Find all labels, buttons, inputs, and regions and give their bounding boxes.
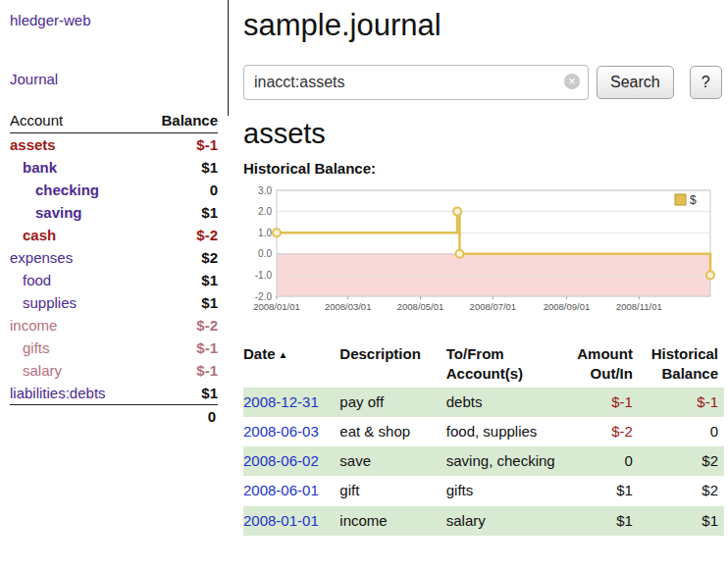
cell-balance: $2 — [639, 446, 724, 476]
account-link[interactable]: assets — [10, 136, 56, 153]
cell-balance: $-1 — [639, 388, 724, 417]
page-title: sample.journal — [243, 8, 728, 43]
account-balance: $-1 — [196, 339, 218, 356]
svg-text:-1.0: -1.0 — [255, 270, 273, 281]
table-row: 2008-12-31pay offdebts$-1$-1 — [243, 388, 724, 417]
accounts-table: Account Balance assets$-1bank$1checking0… — [10, 110, 218, 428]
account-link[interactable]: expenses — [10, 249, 73, 266]
cell-description: eat & shop — [339, 417, 445, 446]
cell-amount: $1 — [561, 506, 639, 536]
account-row: cash$-2 — [10, 224, 218, 246]
cell-accounts: gifts — [446, 476, 561, 505]
account-balance: 0 — [210, 182, 218, 198]
sidebar-divider — [228, 0, 229, 116]
table-row: 2008-06-01giftgifts$1$2 — [243, 476, 724, 505]
cell-description: pay off — [339, 388, 445, 417]
cell-date: 2008-01-01 — [243, 506, 339, 536]
date-link[interactable]: 2008-06-03 — [243, 423, 319, 440]
cell-accounts: food, supplies — [446, 417, 561, 446]
account-link[interactable]: gifts — [10, 339, 50, 356]
account-balance: $1 — [201, 272, 218, 288]
cell-amount: $-2 — [561, 417, 639, 446]
cell-description: income — [339, 506, 445, 536]
cell-date: 2008-12-31 — [243, 388, 339, 417]
account-balance: $2 — [201, 249, 218, 266]
balance-column-header: Balance — [161, 112, 218, 129]
cell-date: 2008-06-02 — [243, 446, 339, 476]
account-balance: $1 — [201, 385, 218, 401]
account-row: food$1 — [10, 269, 218, 291]
search-bar: × Search ? — [243, 65, 728, 100]
account-link[interactable]: cash — [10, 227, 56, 243]
svg-text:3.0: 3.0 — [258, 185, 272, 196]
column-header-date[interactable]: Date▲ — [243, 341, 339, 388]
svg-text:2008/09/01: 2008/09/01 — [544, 301, 591, 312]
account-row: supplies$1 — [10, 291, 218, 314]
cell-balance: $1 — [639, 506, 724, 536]
cell-accounts: salary — [446, 506, 561, 536]
svg-text:1.0: 1.0 — [258, 228, 272, 238]
accounts-total: 0 — [10, 404, 218, 428]
date-link[interactable]: 2008-01-01 — [243, 512, 319, 529]
cell-accounts: saving, checking — [446, 446, 561, 476]
svg-text:2.0: 2.0 — [258, 206, 272, 217]
table-row: 2008-01-01incomesalary$1$1 — [243, 506, 724, 536]
cell-date: 2008-06-03 — [243, 417, 339, 446]
account-row: assets$-1 — [10, 133, 218, 156]
cell-amount: 0 — [561, 446, 639, 476]
search-button[interactable]: Search — [597, 66, 674, 99]
account-link[interactable]: bank — [10, 159, 57, 176]
clear-search-icon[interactable]: × — [564, 74, 580, 89]
sort-ascending-icon: ▲ — [279, 349, 288, 360]
date-link[interactable]: 2008-12-31 — [243, 393, 319, 410]
search-input[interactable] — [243, 65, 589, 100]
cell-accounts: debts — [446, 388, 561, 417]
svg-text:2008/03/01: 2008/03/01 — [325, 301, 372, 312]
cell-description: save — [339, 446, 445, 476]
account-column-header: Account — [10, 112, 63, 129]
account-row: gifts$-1 — [10, 337, 218, 359]
account-link[interactable]: checking — [10, 182, 99, 198]
account-link[interactable]: saving — [10, 204, 82, 221]
account-link[interactable]: income — [10, 317, 57, 334]
account-balance: $1 — [201, 204, 218, 221]
account-balance: $-2 — [196, 317, 218, 334]
help-button[interactable]: ? — [690, 66, 722, 99]
account-row: liabilities:debts$1 — [10, 382, 218, 404]
balance-chart: 3.02.01.00.0-1.0-2.02008/01/012008/03/01… — [243, 182, 716, 326]
table-row: 2008-06-03eat & shopfood, supplies$-20 — [243, 417, 724, 446]
svg-text:0.0: 0.0 — [258, 248, 272, 259]
account-row: saving$1 — [10, 201, 218, 224]
account-link[interactable]: food — [10, 272, 51, 288]
account-balance: $-1 — [196, 136, 218, 153]
date-link[interactable]: 2008-06-02 — [243, 452, 319, 469]
account-link[interactable]: liabilities:debts — [10, 385, 106, 401]
account-row: income$-2 — [10, 314, 218, 337]
account-row: salary$-1 — [10, 359, 218, 382]
cell-date: 2008-06-01 — [243, 476, 339, 505]
account-row: bank$1 — [10, 156, 218, 179]
cell-balance: 0 — [639, 417, 724, 446]
main-content: sample.journal × Search ? assets Histori… — [243, 0, 728, 536]
table-row: 2008-06-02savesaving, checking0$2 — [243, 446, 724, 476]
accounts-list: assets$-1bank$1checking0saving$1cash$-2e… — [10, 133, 218, 404]
account-link[interactable]: supplies — [10, 294, 77, 311]
svg-text:2008/07/01: 2008/07/01 — [470, 301, 517, 312]
account-row: checking0 — [10, 179, 218, 201]
app-title-link[interactable]: hledger-web — [10, 12, 91, 28]
column-header-description: Description — [339, 341, 445, 388]
date-link[interactable]: 2008-06-01 — [243, 482, 319, 498]
svg-text:2008/01/01: 2008/01/01 — [253, 301, 300, 312]
cell-description: gift — [339, 476, 445, 505]
svg-text:$: $ — [690, 193, 697, 207]
svg-text:2008/05/01: 2008/05/01 — [397, 301, 444, 312]
column-header-balance: Historical Balance — [639, 341, 724, 388]
register-table: Date▲DescriptionTo/From Account(s)Amount… — [243, 341, 724, 536]
register-header-row: Date▲DescriptionTo/From Account(s)Amount… — [243, 341, 724, 388]
account-heading: assets — [243, 118, 728, 150]
account-row: expenses$2 — [10, 246, 218, 269]
cell-balance: $2 — [639, 476, 724, 505]
account-link[interactable]: salary — [10, 362, 62, 379]
nav-journal-link[interactable]: Journal — [10, 71, 58, 87]
account-balance: $1 — [201, 159, 218, 176]
